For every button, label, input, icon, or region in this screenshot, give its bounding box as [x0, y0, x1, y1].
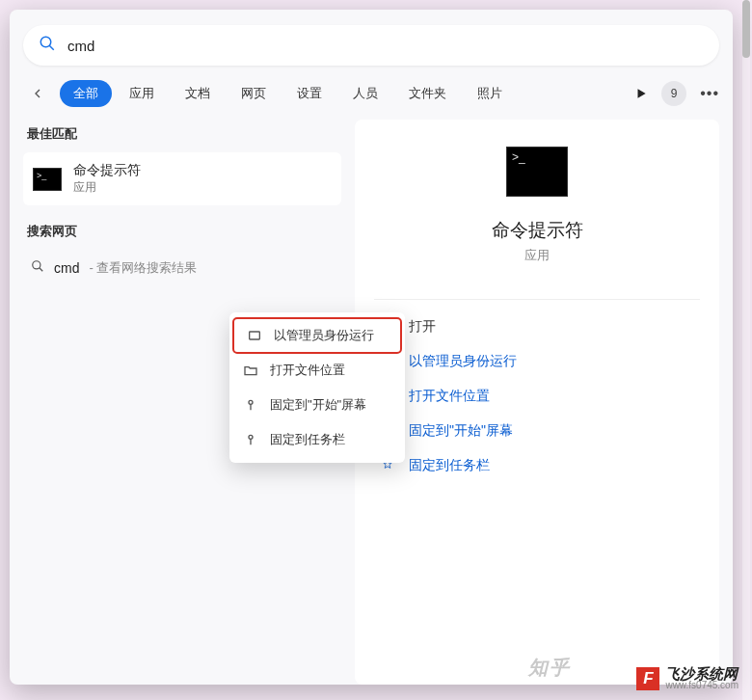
- action-label: 固定到"开始"屏幕: [409, 422, 513, 440]
- action-label: 打开: [409, 318, 436, 336]
- action-label: 固定到任务栏: [409, 457, 490, 474]
- svg-point-3: [33, 261, 40, 269]
- context-open-location[interactable]: 打开文件位置: [229, 353, 405, 388]
- search-web-label: 搜索网页: [27, 223, 341, 240]
- context-pin-taskbar[interactable]: 固定到任务栏: [229, 422, 405, 457]
- context-label: 以管理员身份运行: [274, 327, 374, 344]
- search-input[interactable]: [67, 38, 704, 54]
- web-query: cmd: [54, 260, 79, 276]
- action-pin-start[interactable]: 固定到"开始"屏幕: [374, 414, 700, 448]
- svg-point-7: [249, 400, 253, 404]
- result-item-cmd[interactable]: 命令提示符 应用: [23, 152, 341, 205]
- more-icon[interactable]: •••: [700, 85, 719, 102]
- scrollbar-track: [742, 0, 750, 700]
- preview-cmd-icon: [506, 147, 568, 197]
- scrollbar-thumb[interactable]: [742, 0, 750, 58]
- action-label: 打开文件位置: [409, 388, 490, 405]
- preview-actions: 打开 以管理员身份运行 打开文件位置 固定到"开始"屏幕 固定到任务栏: [374, 299, 700, 483]
- result-subtitle: 应用: [73, 179, 141, 196]
- notification-badge[interactable]: 9: [661, 81, 686, 106]
- pin-icon: [243, 397, 258, 413]
- context-label: 打开文件位置: [270, 362, 345, 379]
- filter-chip-folders[interactable]: 文件夹: [395, 80, 460, 107]
- svg-point-0: [40, 37, 51, 47]
- cmd-icon: [33, 168, 62, 191]
- action-open[interactable]: 打开: [374, 310, 700, 344]
- filter-chip-docs[interactable]: 文档: [172, 80, 224, 107]
- context-label: 固定到任务栏: [270, 431, 345, 448]
- search-icon: [31, 259, 44, 277]
- context-run-as-admin[interactable]: 以管理员身份运行: [233, 318, 401, 353]
- filter-chip-web[interactable]: 网页: [228, 80, 280, 107]
- pin-icon: [243, 432, 258, 447]
- search-panel: 全部 应用 文档 网页 设置 人员 文件夹 照片 9 ••• 最佳匹配 命令提示…: [10, 10, 733, 685]
- preview-title: 命令提示符: [492, 218, 583, 243]
- back-icon[interactable]: [23, 79, 52, 108]
- site-badge-icon: F: [636, 667, 659, 690]
- action-run-as-admin[interactable]: 以管理员身份运行: [374, 344, 700, 379]
- filter-chip-apps[interactable]: 应用: [116, 80, 168, 107]
- svg-rect-6: [250, 332, 260, 339]
- svg-point-9: [249, 435, 253, 439]
- admin-icon: [247, 328, 262, 343]
- filter-chip-settings[interactable]: 设置: [283, 80, 336, 107]
- filter-chip-people[interactable]: 人员: [339, 80, 391, 107]
- zhihu-watermark: 知乎: [528, 655, 571, 681]
- filter-chip-all[interactable]: 全部: [60, 80, 112, 107]
- folder-icon: [243, 363, 258, 378]
- preview-subtitle: 应用: [524, 247, 550, 264]
- play-icon[interactable]: [634, 87, 648, 100]
- result-texts: 命令提示符 应用: [73, 162, 141, 196]
- svg-line-1: [49, 45, 54, 50]
- action-label: 以管理员身份运行: [409, 353, 517, 370]
- search-bar: [23, 25, 719, 66]
- filter-row: 全部 应用 文档 网页 设置 人员 文件夹 照片 9 •••: [10, 75, 733, 120]
- filter-chip-photos[interactable]: 照片: [464, 80, 516, 107]
- site-url: www.fs0745.com: [665, 681, 739, 690]
- action-pin-taskbar[interactable]: 固定到任务栏: [374, 448, 700, 483]
- best-match-label: 最佳匹配: [27, 125, 341, 143]
- site-watermark: F 飞沙系统网 www.fs0745.com: [636, 666, 739, 690]
- site-name: 飞沙系统网: [665, 666, 739, 681]
- context-label: 固定到"开始"屏幕: [270, 396, 366, 414]
- web-result-item[interactable]: cmd - 查看网络搜索结果: [23, 250, 341, 286]
- search-icon: [39, 35, 56, 56]
- web-suffix: - 查看网络搜索结果: [89, 259, 197, 277]
- svg-line-4: [40, 268, 43, 272]
- svg-marker-2: [638, 89, 646, 97]
- filter-right-controls: 9 •••: [634, 81, 719, 106]
- context-menu: 以管理员身份运行 打开文件位置 固定到"开始"屏幕 固定到任务栏: [229, 312, 405, 463]
- result-title: 命令提示符: [73, 162, 141, 179]
- context-pin-start[interactable]: 固定到"开始"屏幕: [229, 388, 405, 422]
- action-open-location[interactable]: 打开文件位置: [374, 379, 700, 414]
- preview-column: 命令提示符 应用 打开 以管理员身份运行 打开文件位置 固定到"开始"屏幕: [355, 120, 719, 685]
